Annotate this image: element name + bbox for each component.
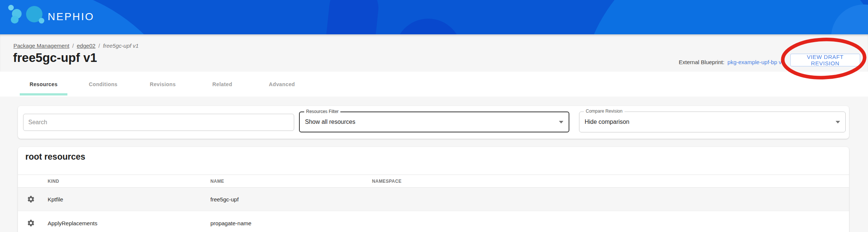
tab-conditions[interactable]: Conditions bbox=[73, 72, 133, 97]
cell-name: propagate-name bbox=[210, 220, 251, 226]
search-input[interactable] bbox=[23, 114, 294, 131]
resources-filter-select[interactable]: Resources Filter Show all resources bbox=[299, 112, 569, 132]
view-draft-revision-button[interactable]: VIEW DRAFT REVISION bbox=[790, 54, 860, 66]
external-blueprint-link[interactable]: pkg-example-upf-bp v5 bbox=[728, 59, 785, 65]
filters-card: Resources Filter Show all resources Comp… bbox=[18, 106, 849, 139]
external-blueprint-label: External Blueprint: bbox=[679, 59, 725, 65]
breadcrumb-link-edge02[interactable]: edge02 bbox=[77, 43, 95, 49]
header-decor-shape bbox=[395, 19, 462, 34]
cell-name: free5gc-upf bbox=[210, 196, 239, 203]
column-header-kind: KIND bbox=[48, 179, 59, 184]
breadcrumb: Package Management/edge02/free5gc-upf v1 bbox=[13, 43, 139, 49]
section-title: root resources bbox=[25, 152, 85, 162]
table-header-row: KIND NAME NAMESPACE bbox=[18, 175, 849, 188]
logo-bubble-icon bbox=[39, 18, 44, 23]
app-header: NEPHIO bbox=[0, 0, 868, 34]
compare-revision-select[interactable]: Compare Revision Hide comparison bbox=[579, 112, 846, 132]
root-resources-card: root resources KIND NAME NAMESPACE Kptfi… bbox=[18, 147, 849, 232]
breadcrumb-separator: / bbox=[72, 43, 74, 49]
column-header-name: NAME bbox=[210, 179, 224, 184]
compare-revision-label: Compare Revision bbox=[584, 109, 624, 114]
cell-kind: ApplyReplacements bbox=[48, 220, 97, 226]
gear-icon bbox=[27, 219, 35, 227]
column-header-namespace: NAMESPACE bbox=[372, 179, 401, 184]
resources-filter-value: Show all resources bbox=[305, 119, 355, 125]
breadcrumb-separator: / bbox=[98, 43, 100, 49]
header-decor-shape bbox=[581, 0, 868, 34]
tab-resources[interactable]: Resources bbox=[14, 72, 73, 97]
gear-icon bbox=[27, 195, 35, 203]
tab-revisions[interactable]: Revisions bbox=[133, 72, 193, 97]
breadcrumb-link-package-management[interactable]: Package Management bbox=[13, 43, 69, 49]
resources-filter-label: Resources Filter bbox=[304, 109, 340, 114]
nephio-logo[interactable]: NEPHIO bbox=[0, 0, 112, 34]
page-title: free5gc-upf v1 bbox=[13, 51, 97, 65]
brand-wordmark: NEPHIO bbox=[48, 12, 94, 22]
chevron-down-icon bbox=[836, 121, 840, 123]
header-decor-shape bbox=[322, 0, 381, 34]
chevron-down-icon bbox=[559, 121, 563, 123]
page-header: Package Management/edge02/free5gc-upf v1… bbox=[0, 34, 868, 72]
cell-kind: Kptfile bbox=[48, 196, 63, 203]
logo-bubble-icon bbox=[8, 5, 14, 10]
table-row[interactable]: Kptfile free5gc-upf bbox=[18, 188, 849, 211]
compare-revision-value: Hide comparison bbox=[585, 119, 629, 125]
logo-bubble-icon bbox=[11, 16, 19, 23]
breadcrumb-current: free5gc-upf v1 bbox=[103, 43, 139, 49]
tab-advanced[interactable]: Advanced bbox=[252, 72, 312, 97]
tab-bar: Resources Conditions Revisions Related A… bbox=[0, 72, 868, 97]
tab-related[interactable]: Related bbox=[193, 72, 252, 97]
table-row[interactable]: ApplyReplacements propagate-name bbox=[18, 211, 849, 232]
external-blueprint: External Blueprint: pkg-example-upf-bp v… bbox=[679, 59, 785, 65]
